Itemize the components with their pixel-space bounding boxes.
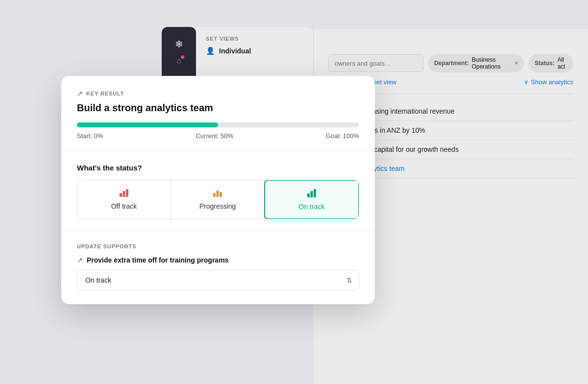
progress-goal-label: Goal: 100%: [326, 132, 359, 140]
modal-top-section: ↗ KEY RESULT Build a strong analytics te…: [61, 76, 375, 152]
svg-rect-0: [120, 193, 122, 197]
svg-rect-4: [217, 191, 219, 197]
progress-bar-container: [77, 122, 359, 127]
progress-bar-fill: [77, 122, 218, 127]
on-track-button[interactable]: On track: [264, 180, 359, 219]
svg-rect-6: [307, 193, 310, 197]
status-question: What's the status?: [77, 164, 359, 172]
modal-title: Build a strong analytics team: [77, 102, 359, 114]
svg-rect-2: [126, 189, 128, 197]
kr-icon: ↗: [77, 90, 83, 97]
modal-status-section: What's the status? Off track: [61, 152, 375, 232]
progress-start-label: Start: 0%: [77, 132, 103, 140]
update-supports-label: UPDATE SUPPORTS: [77, 243, 359, 249]
progressing-icon: [213, 188, 222, 199]
key-result-text: KEY RESULT: [86, 91, 124, 96]
progress-labels: Start: 0% Current: 50% Goal: 100%: [77, 132, 359, 140]
svg-rect-1: [123, 191, 125, 197]
modal-supports-section: UPDATE SUPPORTS ↗ Provide extra time off…: [61, 232, 375, 304]
modal-panel: ↗ KEY RESULT Build a strong analytics te…: [61, 76, 375, 304]
support-kr-icon: ↗: [77, 256, 83, 264]
progress-current-label: Current: 50%: [196, 132, 233, 140]
status-select-container: On track Off track Progressing ⇅: [77, 270, 359, 290]
svg-rect-3: [213, 193, 216, 197]
svg-rect-5: [220, 192, 222, 197]
off-track-button[interactable]: Off track: [77, 180, 171, 219]
support-item-label: Provide extra time off for training prog…: [87, 256, 228, 264]
status-select[interactable]: On track Off track Progressing: [77, 270, 359, 290]
key-result-label: ↗ KEY RESULT: [77, 90, 359, 97]
progressing-button[interactable]: Progressing: [171, 180, 265, 219]
status-buttons-row: Off track Progressing: [77, 180, 359, 219]
off-track-label: Off track: [111, 202, 137, 210]
off-track-icon: [119, 188, 129, 199]
svg-rect-8: [314, 189, 316, 197]
progressing-label: Progressing: [199, 202, 236, 210]
svg-rect-7: [311, 191, 313, 197]
on-track-label: On track: [299, 203, 325, 211]
support-item: ↗ Provide extra time off for training pr…: [77, 256, 359, 264]
on-track-icon: [307, 189, 317, 200]
